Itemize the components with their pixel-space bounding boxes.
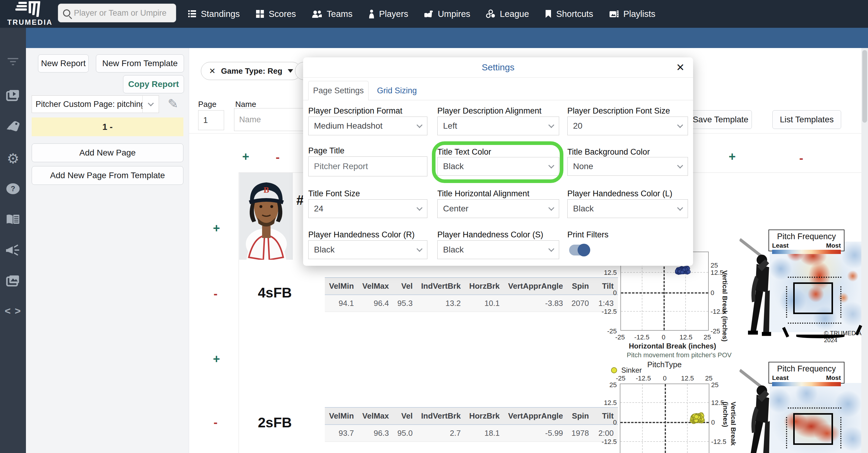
col-header: Vel bbox=[393, 278, 417, 295]
grid-add-row-button[interactable]: + bbox=[213, 222, 220, 234]
filter-chip-game-type[interactable]: ✕ Game Type: Reg bbox=[201, 62, 301, 80]
select-value: Medium Headshot bbox=[314, 121, 382, 131]
grid-remove-column-button[interactable]: - bbox=[799, 152, 803, 164]
player-number: # bbox=[296, 193, 303, 208]
col-header: VertApprAngle bbox=[504, 407, 567, 425]
y-axis-label: Vertical Break (inches) bbox=[721, 270, 728, 342]
ytick: 0 bbox=[711, 419, 715, 426]
chip-close-icon[interactable]: ✕ bbox=[209, 66, 216, 76]
title-font-size-select[interactable]: 24 bbox=[308, 199, 427, 218]
field-label: Print Filters bbox=[567, 230, 609, 239]
add-new-page-from-template-button[interactable]: Add New Page From Template bbox=[32, 166, 183, 185]
zone-guide bbox=[786, 417, 787, 449]
col-header: HorzBrk bbox=[465, 407, 504, 425]
xtick: -12.5 bbox=[636, 374, 651, 382]
print-filters-toggle[interactable] bbox=[569, 245, 588, 255]
new-from-template-button[interactable]: New From Template bbox=[96, 54, 184, 73]
select-value: Black bbox=[573, 204, 593, 214]
chevron-down-icon bbox=[548, 246, 554, 252]
megaphone-icon[interactable] bbox=[0, 244, 26, 257]
select-value: Center bbox=[443, 204, 468, 214]
search-input[interactable]: Player or Team or Umpire bbox=[58, 4, 176, 22]
report-page-select[interactable]: Pitcher Custom Page: pitching -... bbox=[32, 95, 159, 113]
nav-label: Standings bbox=[201, 9, 240, 19]
filter-icon[interactable] bbox=[0, 57, 26, 67]
player-handedness-color-s-select[interactable]: Black bbox=[437, 240, 559, 259]
nav-label: Scores bbox=[269, 9, 296, 19]
nav-playlists[interactable]: Playlists bbox=[609, 9, 655, 19]
code-icon[interactable]: < > bbox=[0, 305, 26, 317]
grid-remove-column-button[interactable]: - bbox=[276, 151, 280, 163]
nav-label: Playlists bbox=[623, 9, 655, 19]
ytick: 25 bbox=[711, 261, 718, 270]
nav-standings[interactable]: Standings bbox=[188, 9, 240, 19]
modal-title: Settings bbox=[303, 62, 693, 73]
pitch-stats-table-2sfb: VelMin VelMax Vel IndVertBrk HorzBrk Ver… bbox=[325, 407, 618, 442]
list-templates-button[interactable]: List Templates bbox=[772, 110, 841, 129]
ytick: -25 bbox=[599, 328, 617, 335]
tab-grid-sizing[interactable]: Grid Sizing bbox=[377, 81, 417, 100]
xtick: 0 bbox=[663, 374, 666, 382]
video-playlist-icon[interactable] bbox=[0, 89, 26, 102]
select-value: Black bbox=[314, 245, 335, 255]
xtick: -25 bbox=[616, 374, 625, 382]
grid-add-column-button[interactable]: + bbox=[728, 150, 736, 163]
chevron-down-icon bbox=[416, 205, 423, 211]
tab-page-settings[interactable]: Page Settings bbox=[308, 81, 369, 100]
save-template-button[interactable]: Save Template bbox=[689, 110, 752, 129]
col-header: IndVertBrk bbox=[417, 278, 465, 295]
nav-shortcuts[interactable]: Shortcuts bbox=[545, 9, 593, 19]
grid-add-column-button[interactable]: + bbox=[242, 150, 249, 163]
new-report-button[interactable]: New Report bbox=[38, 54, 89, 73]
player-handedness-color-r-select[interactable]: Black bbox=[308, 240, 427, 259]
tag-icon[interactable] bbox=[0, 120, 26, 133]
ytick: 0 bbox=[599, 289, 617, 297]
grid-remove-row-button[interactable]: - bbox=[214, 287, 217, 300]
player-description-alignment-select[interactable]: Left bbox=[437, 117, 559, 135]
grid-remove-row-button[interactable]: - bbox=[214, 416, 217, 428]
player-handedness-color-l-select[interactable]: Black bbox=[567, 199, 688, 218]
col-header: VelMax bbox=[358, 407, 393, 425]
help-icon[interactable]: ? bbox=[0, 182, 26, 195]
search-icon bbox=[63, 9, 70, 17]
book-icon[interactable] bbox=[0, 213, 26, 225]
nav-label: Shortcuts bbox=[556, 9, 593, 19]
chevron-down-icon bbox=[677, 205, 683, 211]
grid-add-row-button[interactable]: + bbox=[213, 353, 220, 365]
strike-zone-box bbox=[793, 282, 833, 314]
chevron-down-icon bbox=[548, 163, 554, 169]
page-number-input[interactable]: 1 bbox=[198, 110, 224, 130]
player-description-font-size-select[interactable]: 20 bbox=[567, 117, 688, 135]
edit-pencil-icon[interactable]: ✎ bbox=[168, 96, 178, 111]
table-row: 93.796.3 95.02.7 18.1-5.99 19782:00 bbox=[325, 425, 618, 442]
trumedia-logo[interactable]: TRUMEDIA bbox=[7, 1, 53, 27]
toolbar-blue-bar bbox=[26, 28, 868, 48]
input-value: Pitcher Report bbox=[314, 162, 368, 171]
nav-players[interactable]: Players bbox=[368, 9, 408, 19]
gear-icon[interactable]: ⚙ bbox=[0, 150, 26, 167]
zero-line bbox=[620, 422, 709, 423]
field-label: Player Handedness Color (R) bbox=[308, 230, 415, 239]
chevron-down-icon[interactable] bbox=[142, 96, 159, 113]
col-header: Spin bbox=[567, 407, 593, 425]
title-horizontal-alignment-select[interactable]: Center bbox=[437, 199, 559, 218]
player-description-format-select[interactable]: Medium Headshot bbox=[308, 117, 427, 135]
copy-report-button[interactable]: Copy Report bbox=[123, 75, 184, 93]
nav-scores[interactable]: Scores bbox=[255, 9, 296, 19]
nav-label: League bbox=[500, 9, 529, 19]
image-stack-icon[interactable] bbox=[0, 274, 26, 287]
page-1-badge[interactable]: 1 - bbox=[32, 117, 183, 136]
col-header: VertApprAngle bbox=[504, 278, 567, 295]
nav-umpires[interactable]: Umpires bbox=[424, 9, 470, 19]
close-icon[interactable]: ✕ bbox=[676, 62, 685, 73]
zone-guide bbox=[788, 322, 841, 324]
title-text-color-select[interactable]: Black bbox=[437, 157, 559, 176]
scrollbar-thumb[interactable] bbox=[862, 50, 867, 123]
title-background-color-select[interactable]: None bbox=[567, 157, 688, 176]
nav-league[interactable]: League bbox=[486, 9, 529, 19]
page-title-input[interactable]: Pitcher Report bbox=[308, 157, 427, 176]
color-gradient-bar bbox=[772, 250, 841, 254]
nav-teams[interactable]: Teams bbox=[312, 9, 352, 19]
xtick: 12.5 bbox=[681, 374, 694, 382]
add-new-page-button[interactable]: Add New Page bbox=[32, 143, 183, 162]
